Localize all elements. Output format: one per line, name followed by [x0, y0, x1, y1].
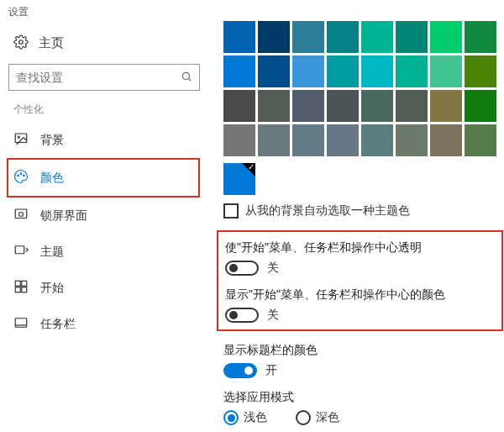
color-palette [223, 21, 496, 156]
color-swatch[interactable] [292, 90, 324, 122]
picture-icon [13, 131, 29, 149]
svg-rect-9 [19, 213, 24, 217]
home-label: 主页 [39, 35, 64, 51]
appmode-light-radio[interactable]: 浅色 [223, 410, 267, 425]
color-swatch[interactable] [430, 124, 462, 156]
color-swatch[interactable] [327, 55, 359, 87]
color-swatch[interactable] [361, 21, 393, 53]
auto-pick-checkbox[interactable] [223, 203, 239, 219]
color-swatch[interactable] [465, 21, 496, 53]
color-swatch[interactable] [396, 124, 428, 156]
svg-point-1 [182, 72, 189, 79]
window-title: 设置 [0, 0, 504, 21]
selected-color-swatch[interactable]: ✓ [223, 163, 255, 195]
svg-rect-14 [22, 287, 27, 292]
svg-line-2 [189, 78, 192, 81]
color-swatch[interactable] [292, 21, 324, 53]
color-swatch[interactable] [430, 90, 462, 122]
color-swatch[interactable] [396, 55, 428, 87]
transparent-toggle[interactable] [225, 261, 259, 276]
svg-rect-13 [15, 287, 20, 292]
showcolor-state: 关 [267, 308, 279, 323]
check-icon: ✓ [248, 162, 255, 171]
svg-rect-10 [15, 246, 24, 254]
color-swatch[interactable] [361, 55, 393, 87]
home-link[interactable]: 主页 [8, 28, 200, 59]
lock-icon [13, 207, 29, 224]
color-swatch[interactable] [223, 124, 255, 156]
color-swatch[interactable] [396, 90, 428, 122]
sidebar-item-label: 背景 [40, 133, 64, 148]
sidebar-item-start[interactable]: 开始 [8, 270, 200, 306]
sidebar-item-label: 主题 [40, 245, 64, 260]
section-label: 个性化 [13, 103, 200, 117]
color-swatch[interactable] [292, 55, 324, 87]
color-swatch[interactable] [430, 21, 462, 53]
highlight-box: 使"开始"菜单、任务栏和操作中心透明 关 显示"开始"菜单、任务栏和操作中心的颜… [217, 230, 503, 331]
appmode-title: 选择应用模式 [223, 390, 496, 405]
titlebar-state: 开 [265, 363, 277, 378]
color-swatch[interactable] [223, 21, 255, 53]
color-swatch[interactable] [465, 90, 496, 122]
sidebar-item-label: 任务栏 [40, 317, 76, 332]
color-swatch[interactable] [396, 21, 428, 53]
color-swatch[interactable] [258, 90, 290, 122]
start-icon [13, 279, 29, 297]
sidebar-item-background[interactable]: 背景 [8, 122, 200, 158]
appmode-light-label: 浅色 [244, 410, 267, 425]
search-input-wrap[interactable] [8, 64, 200, 91]
transparent-state: 关 [267, 261, 279, 276]
taskbar-icon [13, 315, 29, 333]
auto-pick-label: 从我的背景自动选取一种主题色 [245, 203, 410, 219]
color-swatch[interactable] [327, 124, 359, 156]
sidebar-item-label: 锁屏界面 [40, 208, 87, 224]
sidebar-item-themes[interactable]: 主题 [8, 234, 200, 270]
color-swatch[interactable] [223, 55, 255, 87]
sidebar-item-lockscreen[interactable]: 锁屏界面 [8, 198, 200, 234]
content-area: ✓ 从我的背景自动选取一种主题色 使"开始"菜单、任务栏和操作中心透明 关 显示… [208, 21, 504, 432]
theme-icon [13, 243, 29, 261]
titlebar-toggle[interactable] [223, 363, 257, 378]
color-swatch[interactable] [465, 55, 496, 87]
color-swatch[interactable] [327, 21, 359, 53]
svg-point-6 [20, 173, 22, 175]
color-swatch[interactable] [465, 124, 496, 156]
color-swatch[interactable] [223, 90, 255, 122]
color-swatch[interactable] [292, 124, 324, 156]
sidebar-item-taskbar[interactable]: 任务栏 [8, 306, 200, 342]
appmode-dark-label: 深色 [316, 410, 339, 425]
color-swatch[interactable] [361, 90, 393, 122]
svg-rect-8 [15, 209, 27, 219]
svg-rect-12 [22, 281, 27, 286]
svg-rect-11 [15, 281, 20, 286]
search-input[interactable] [16, 71, 181, 84]
sidebar-item-label: 开始 [40, 281, 64, 296]
sidebar: 主页 个性化 背景 颜色 [0, 21, 208, 432]
color-swatch[interactable] [258, 21, 290, 53]
palette-icon [13, 169, 29, 187]
color-swatch[interactable] [327, 90, 359, 122]
color-swatch[interactable] [258, 124, 290, 156]
appmode-dark-radio[interactable]: 深色 [296, 410, 339, 425]
showcolor-toggle[interactable] [225, 308, 259, 323]
svg-point-7 [24, 175, 25, 176]
color-swatch[interactable] [258, 55, 290, 87]
svg-rect-15 [15, 319, 27, 328]
search-icon [181, 71, 192, 85]
svg-point-5 [18, 175, 19, 176]
gear-icon [13, 34, 29, 52]
svg-point-0 [19, 40, 24, 45]
sidebar-item-label: 颜色 [40, 171, 64, 186]
svg-point-4 [18, 136, 19, 138]
color-swatch[interactable] [361, 124, 393, 156]
transparent-title: 使"开始"菜单、任务栏和操作中心透明 [225, 240, 495, 256]
sidebar-item-colors[interactable]: 颜色 [7, 158, 200, 198]
svg-rect-3 [15, 134, 27, 143]
showcolor-title: 显示"开始"菜单、任务栏和操作中心的颜色 [225, 287, 495, 303]
color-swatch[interactable] [430, 55, 462, 87]
titlebar-title: 显示标题栏的颜色 [223, 343, 496, 358]
